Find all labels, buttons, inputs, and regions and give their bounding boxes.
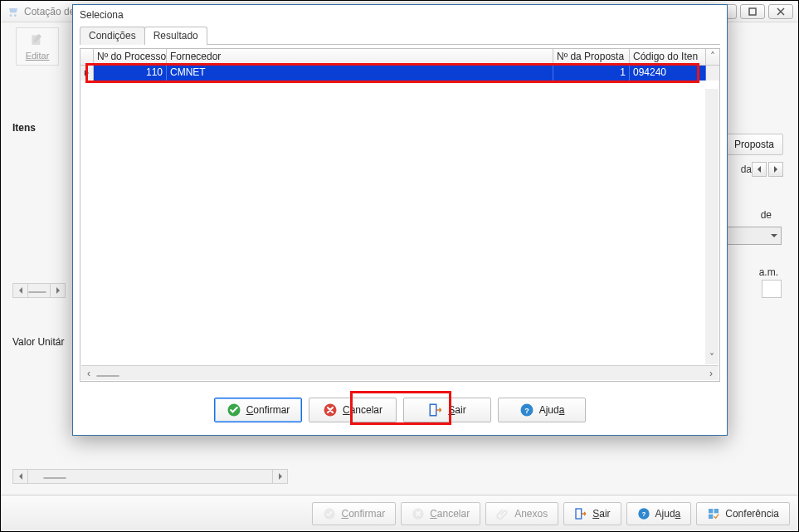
grid-hscroll-thumb[interactable] <box>96 375 119 377</box>
maximize-button[interactable] <box>740 4 765 19</box>
de-label: de <box>761 209 772 221</box>
grid-horizontal-scrollbar[interactable]: ‹ › <box>81 365 719 380</box>
cell-fornecedor: CMNET <box>167 66 553 81</box>
dialog-body: Condições Resultado Nº do Processo Forne… <box>80 25 720 428</box>
seleciona-dialog: Seleciona Condições Resultado Nº do Proc… <box>72 4 728 436</box>
exit-icon <box>428 403 443 417</box>
dialog-ajuda-label: Ajuda <box>539 404 565 416</box>
dialog-title: Seleciona <box>73 5 727 25</box>
am-label: a.m. <box>759 266 778 278</box>
cell-processo: 110 <box>94 66 167 81</box>
scroll-right-button[interactable] <box>768 162 783 177</box>
editar-button[interactable]: Editar <box>16 27 59 66</box>
check-circle-icon <box>323 507 336 520</box>
dialog-confirmar-label: Confirmar <box>246 404 290 416</box>
tab-resultado[interactable]: Resultado <box>144 27 207 45</box>
dialog-cancelar-label: Cancelar <box>343 404 382 416</box>
grid-scroll-up[interactable]: ˄ <box>706 49 719 65</box>
conference-icon <box>707 507 720 520</box>
row-marker-icon <box>80 66 94 81</box>
grid-row-selected[interactable]: 110 CMNET 1 094240 <box>80 66 719 81</box>
dialog-tabs: Condições Resultado <box>80 25 720 45</box>
tab-condicoes[interactable]: Condições <box>80 27 145 45</box>
parent-ajuda-button[interactable]: ? Ajuda <box>626 502 692 525</box>
dialog-button-row: Confirmar Cancelar Sair ? Ajuda <box>80 392 720 428</box>
svg-text:?: ? <box>641 510 646 518</box>
help-icon: ? <box>519 403 534 417</box>
parent-confirmar-button[interactable]: CConfirmaronfirmar <box>312 502 396 525</box>
svg-rect-11 <box>709 514 713 518</box>
left-lower-scroll[interactable] <box>12 469 288 484</box>
close-button[interactable] <box>768 4 793 19</box>
dialog-cancelar-button[interactable]: Cancelar <box>309 398 397 422</box>
parent-bottom-toolbar: CConfirmaronfirmar Cancelar Anexos Sair … <box>1 495 798 531</box>
edit-icon <box>29 32 46 49</box>
dialog-confirmar-button[interactable]: Confirmar <box>214 398 302 422</box>
x-circle-icon <box>412 507 425 520</box>
parent-sair-button[interactable]: Sair <box>563 502 621 525</box>
parent-confirmar-label: CConfirmaronfirmar <box>341 508 385 520</box>
proposta-label: Proposta <box>734 139 774 150</box>
svg-rect-3 <box>749 8 756 15</box>
parent-anexos-button[interactable]: Anexos <box>485 502 558 525</box>
parent-conferencia-button[interactable]: Conferência <box>696 502 790 525</box>
app-cart-icon <box>6 5 19 18</box>
svg-rect-9 <box>709 509 713 513</box>
svg-rect-6 <box>576 509 582 519</box>
editar-label: Editar <box>26 51 50 61</box>
check-circle-icon <box>227 403 241 417</box>
dialog-sair-label: Sair <box>448 404 465 416</box>
itens-label: Itens <box>12 122 36 134</box>
x-circle-icon <box>323 403 338 417</box>
parent-conferencia-label: Conferência <box>725 508 779 520</box>
dialog-sair-button[interactable]: Sair <box>403 398 491 422</box>
svg-point-1 <box>14 14 17 17</box>
svg-point-0 <box>10 14 12 17</box>
proposta-button[interactable]: Proposta <box>725 134 783 155</box>
grid-scroll-right[interactable]: › <box>704 367 719 380</box>
valor-unitario-label: Valor Unitár <box>12 336 64 348</box>
parent-sair-label: Sair <box>592 508 610 520</box>
col-codigo[interactable]: Código do Iten <box>630 49 706 65</box>
am-box[interactable] <box>762 280 782 298</box>
grid-vertical-scrollbar[interactable]: ˅ <box>705 89 719 364</box>
scroll-left-button[interactable] <box>752 162 767 177</box>
grid-scroll-down[interactable]: ˅ <box>705 351 719 364</box>
grid-header-rowmark <box>80 49 94 65</box>
clip-icon <box>496 507 509 520</box>
svg-text:?: ? <box>524 407 529 415</box>
col-proposta[interactable]: Nº da Proposta <box>553 49 630 65</box>
col-processo[interactable]: Nº do Processo <box>94 49 167 65</box>
svg-rect-14 <box>431 404 437 416</box>
svg-rect-10 <box>714 509 719 513</box>
chevron-down-icon <box>770 232 778 240</box>
dialog-ajuda-button[interactable]: ? Ajuda <box>498 398 586 422</box>
cell-codigo: 094240 <box>630 66 706 81</box>
parent-ajuda-label: Ajuda <box>655 508 681 520</box>
grid-scroll-left[interactable]: ‹ <box>81 367 96 380</box>
help-icon: ? <box>637 507 650 520</box>
col-fornecedor[interactable]: Fornecedor <box>167 49 553 65</box>
cell-proposta: 1 <box>553 66 630 81</box>
left-mini-scroll[interactable] <box>12 283 66 298</box>
parent-cancelar-label: Cancelar <box>430 508 470 520</box>
result-grid: Nº do Processo Fornecedor Nº da Proposta… <box>80 48 720 382</box>
cell-vscroll-gutter <box>706 66 719 81</box>
exit-icon <box>574 507 587 520</box>
grid-header: Nº do Processo Fornecedor Nº da Proposta… <box>80 49 719 66</box>
parent-anexos-label: Anexos <box>514 508 548 520</box>
de-combo[interactable] <box>722 227 782 245</box>
parent-cancelar-button[interactable]: Cancelar <box>401 502 480 525</box>
